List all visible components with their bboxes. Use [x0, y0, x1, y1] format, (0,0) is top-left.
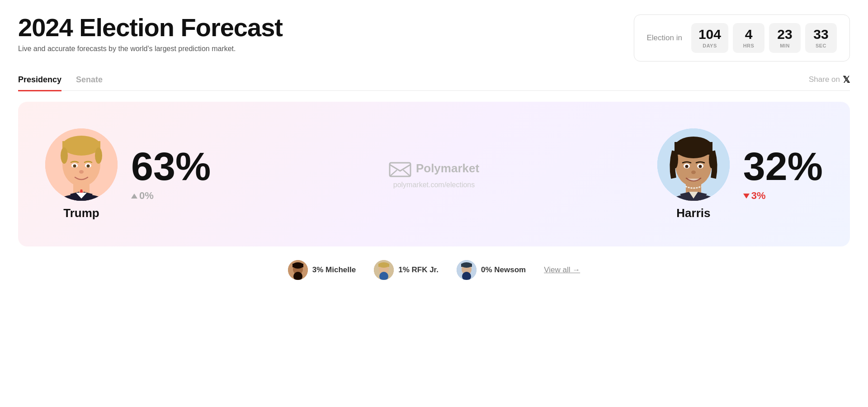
- trump-up-arrow-icon: [131, 194, 137, 199]
- harris-percentage: 32%: [743, 147, 823, 186]
- svg-rect-5: [62, 141, 100, 151]
- michelle-label: 3% Michelle: [312, 265, 356, 274]
- tabs: Presidency Senate: [18, 74, 103, 90]
- countdown-hours: 4 HRS: [733, 23, 764, 53]
- hours-label: HRS: [740, 43, 757, 48]
- x-icon: 𝕏: [843, 74, 850, 85]
- rfk-avatar-svg: [374, 260, 394, 280]
- harris-section: 32% 3%: [657, 128, 823, 220]
- svg-rect-40: [461, 264, 472, 267]
- harris-name: Harris: [676, 206, 710, 220]
- trump-percentage: 63%: [131, 147, 211, 186]
- harris-change-value: 3%: [751, 190, 766, 202]
- countdown-minutes: 23 MIN: [769, 23, 801, 53]
- svg-point-7: [95, 147, 102, 164]
- minutes-value: 23: [776, 28, 793, 41]
- michelle-avatar: [288, 260, 308, 280]
- hours-value: 4: [740, 28, 757, 41]
- trump-section: Trump 63% 0%: [45, 128, 211, 220]
- brand-url: polymarket.com/elections: [393, 181, 475, 189]
- harris-down-arrow-icon: [743, 194, 750, 199]
- svg-point-25: [698, 165, 702, 168]
- svg-point-26: [691, 170, 696, 174]
- days-value: 104: [698, 28, 721, 41]
- svg-point-24: [685, 165, 688, 168]
- harris-candidate-block: Harris: [657, 128, 730, 220]
- view-all-button[interactable]: View all →: [544, 265, 580, 274]
- rfk-label: 1% RFK Jr.: [398, 265, 439, 274]
- countdown-units: 104 DAYS 4 HRS 23 MIN 33 SEC: [691, 23, 837, 53]
- svg-rect-35: [378, 264, 389, 267]
- harris-avatar: [657, 128, 730, 201]
- svg-point-11: [87, 164, 90, 167]
- michelle-avatar-svg: [288, 260, 308, 280]
- harris-stats: 32% 3%: [743, 147, 823, 202]
- minutes-label: MIN: [776, 43, 793, 48]
- header-section: 2024 Election Forecast Live and accurate…: [18, 14, 850, 62]
- trump-stats: 63% 0%: [131, 147, 211, 202]
- rfk-avatar: [374, 260, 394, 280]
- harris-change: 3%: [743, 190, 766, 202]
- trump-change: 0%: [131, 190, 154, 202]
- trump-candidate-block: Trump: [45, 128, 118, 220]
- page-title: 2024 Election Forecast: [18, 14, 283, 41]
- polymarket-logo-icon: [389, 159, 411, 177]
- svg-rect-30: [292, 264, 303, 267]
- tabs-row: Presidency Senate Share on 𝕏: [18, 74, 850, 91]
- tab-senate[interactable]: Senate: [76, 75, 103, 91]
- trump-name: Trump: [63, 206, 99, 220]
- countdown-days: 104 DAYS: [691, 23, 728, 53]
- candidates-card: Trump 63% 0% Polymarket polymarket.com/e…: [18, 102, 850, 246]
- countdown-label: Election in: [647, 33, 682, 43]
- center-branding: Polymarket polymarket.com/elections: [389, 159, 479, 189]
- svg-point-6: [61, 147, 68, 164]
- share-label: Share on: [809, 75, 840, 84]
- brand-logo: Polymarket: [389, 159, 479, 177]
- share-on-button[interactable]: Share on 𝕏: [809, 74, 850, 90]
- newsom-avatar-svg: [457, 260, 476, 280]
- svg-rect-19: [675, 142, 712, 155]
- other-michelle: 3% Michelle: [288, 260, 356, 280]
- title-block: 2024 Election Forecast Live and accurate…: [18, 14, 283, 53]
- brand-name: Polymarket: [416, 161, 479, 175]
- newsom-label: 0% Newsom: [481, 265, 526, 274]
- trump-face-svg: [45, 128, 118, 201]
- tab-presidency[interactable]: Presidency: [18, 75, 61, 91]
- harris-face-svg: [657, 128, 730, 201]
- countdown-box: Election in 104 DAYS 4 HRS 23 MIN 33 SEC: [634, 14, 850, 62]
- svg-point-12: [79, 170, 84, 174]
- trump-change-value: 0%: [139, 190, 154, 202]
- other-newsom: 0% Newsom: [457, 260, 526, 280]
- days-label: DAYS: [698, 43, 721, 48]
- seconds-label: SEC: [812, 43, 830, 48]
- subtitle: Live and accurate forecasts by the world…: [18, 45, 283, 53]
- other-rfk: 1% RFK Jr.: [374, 260, 439, 280]
- trump-avatar: [45, 128, 118, 201]
- newsom-avatar: [457, 260, 476, 280]
- svg-point-10: [73, 164, 76, 167]
- seconds-value: 33: [812, 28, 830, 41]
- countdown-seconds: 33 SEC: [805, 23, 837, 53]
- others-row: 3% Michelle 1% RFK Jr. 0% Newsom View: [18, 260, 850, 280]
